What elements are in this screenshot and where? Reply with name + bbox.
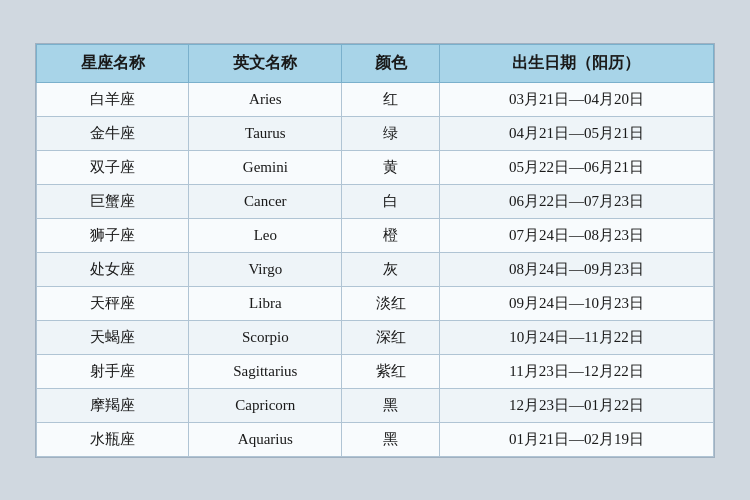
- cell-dates: 04月21日—05月21日: [439, 116, 713, 150]
- header-color: 颜色: [342, 44, 440, 82]
- cell-dates: 11月23日—12月22日: [439, 354, 713, 388]
- cell-english-name: Aquarius: [189, 422, 342, 456]
- cell-color: 绿: [342, 116, 440, 150]
- cell-dates: 01月21日—02月19日: [439, 422, 713, 456]
- table-body: 白羊座Aries红03月21日—04月20日金牛座Taurus绿04月21日—0…: [37, 82, 714, 456]
- cell-english-name: Cancer: [189, 184, 342, 218]
- cell-english-name: Taurus: [189, 116, 342, 150]
- cell-english-name: Scorpio: [189, 320, 342, 354]
- cell-english-name: Aries: [189, 82, 342, 116]
- cell-chinese-name: 处女座: [37, 252, 189, 286]
- cell-color: 淡红: [342, 286, 440, 320]
- table-row: 处女座Virgo灰08月24日—09月23日: [37, 252, 714, 286]
- table-row: 巨蟹座Cancer白06月22日—07月23日: [37, 184, 714, 218]
- table-row: 水瓶座Aquarius黑01月21日—02月19日: [37, 422, 714, 456]
- header-dates: 出生日期（阳历）: [439, 44, 713, 82]
- cell-dates: 08月24日—09月23日: [439, 252, 713, 286]
- cell-dates: 12月23日—01月22日: [439, 388, 713, 422]
- table-row: 摩羯座Capricorn黑12月23日—01月22日: [37, 388, 714, 422]
- cell-dates: 09月24日—10月23日: [439, 286, 713, 320]
- cell-english-name: Sagittarius: [189, 354, 342, 388]
- zodiac-table: 星座名称 英文名称 颜色 出生日期（阳历） 白羊座Aries红03月21日—04…: [36, 44, 714, 457]
- cell-chinese-name: 巨蟹座: [37, 184, 189, 218]
- cell-color: 白: [342, 184, 440, 218]
- cell-chinese-name: 水瓶座: [37, 422, 189, 456]
- cell-chinese-name: 摩羯座: [37, 388, 189, 422]
- table-row: 天秤座Libra淡红09月24日—10月23日: [37, 286, 714, 320]
- cell-chinese-name: 天秤座: [37, 286, 189, 320]
- cell-chinese-name: 金牛座: [37, 116, 189, 150]
- cell-english-name: Gemini: [189, 150, 342, 184]
- table-row: 白羊座Aries红03月21日—04月20日: [37, 82, 714, 116]
- header-chinese-name: 星座名称: [37, 44, 189, 82]
- table-row: 射手座Sagittarius紫红11月23日—12月22日: [37, 354, 714, 388]
- cell-dates: 06月22日—07月23日: [439, 184, 713, 218]
- cell-english-name: Capricorn: [189, 388, 342, 422]
- table-row: 金牛座Taurus绿04月21日—05月21日: [37, 116, 714, 150]
- table-header-row: 星座名称 英文名称 颜色 出生日期（阳历）: [37, 44, 714, 82]
- cell-dates: 10月24日—11月22日: [439, 320, 713, 354]
- cell-dates: 07月24日—08月23日: [439, 218, 713, 252]
- table-row: 双子座Gemini黄05月22日—06月21日: [37, 150, 714, 184]
- table-row: 天蝎座Scorpio深红10月24日—11月22日: [37, 320, 714, 354]
- cell-dates: 05月22日—06月21日: [439, 150, 713, 184]
- cell-chinese-name: 天蝎座: [37, 320, 189, 354]
- cell-color: 黄: [342, 150, 440, 184]
- header-english-name: 英文名称: [189, 44, 342, 82]
- cell-chinese-name: 射手座: [37, 354, 189, 388]
- cell-dates: 03月21日—04月20日: [439, 82, 713, 116]
- cell-english-name: Libra: [189, 286, 342, 320]
- cell-color: 深红: [342, 320, 440, 354]
- cell-color: 黑: [342, 422, 440, 456]
- cell-chinese-name: 双子座: [37, 150, 189, 184]
- cell-chinese-name: 白羊座: [37, 82, 189, 116]
- cell-color: 红: [342, 82, 440, 116]
- cell-color: 橙: [342, 218, 440, 252]
- zodiac-table-container: 星座名称 英文名称 颜色 出生日期（阳历） 白羊座Aries红03月21日—04…: [35, 43, 715, 458]
- cell-color: 黑: [342, 388, 440, 422]
- table-row: 狮子座Leo橙07月24日—08月23日: [37, 218, 714, 252]
- cell-chinese-name: 狮子座: [37, 218, 189, 252]
- cell-english-name: Leo: [189, 218, 342, 252]
- cell-color: 紫红: [342, 354, 440, 388]
- cell-color: 灰: [342, 252, 440, 286]
- cell-english-name: Virgo: [189, 252, 342, 286]
